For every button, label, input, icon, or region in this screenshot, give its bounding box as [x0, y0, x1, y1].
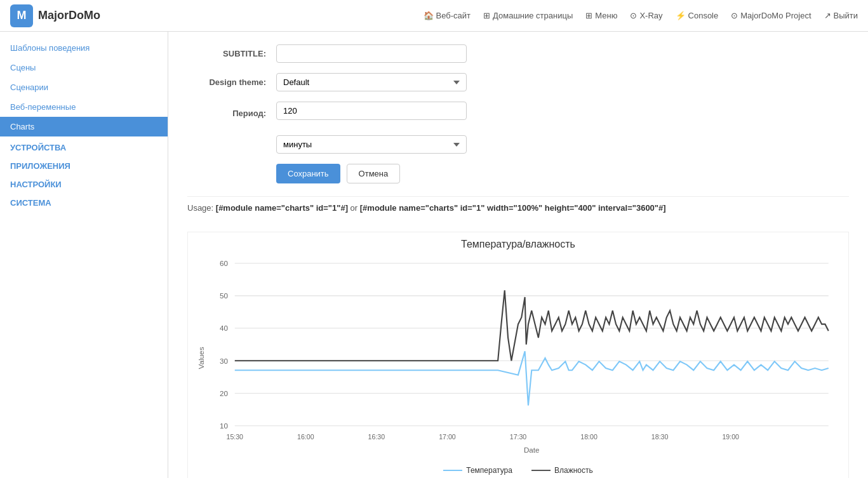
- period-unit-row: минутычасысекунды: [187, 135, 849, 154]
- svg-text:19:00: 19:00: [722, 433, 739, 441]
- sidebar-section-settings[interactable]: НАСТРОЙКИ: [0, 173, 168, 192]
- svg-text:10: 10: [220, 422, 228, 430]
- period-row: Период:: [187, 102, 849, 125]
- svg-text:50: 50: [220, 291, 228, 300]
- nav-project[interactable]: ⊙ MajorDoMo Project: [731, 11, 811, 20]
- design-theme-select[interactable]: Default: [276, 73, 467, 91]
- period-label: Период:: [187, 109, 276, 118]
- subtitle-label: SUBTITLE:: [187, 49, 276, 58]
- usage-code1: [#module name="charts" id="1"#]: [216, 203, 348, 213]
- period-unit-select[interactable]: минутычасысекунды: [276, 135, 467, 154]
- nav-links: 🏠 Веб-сайт ⊞ Домашние страницы ⊞ Меню ⊙ …: [424, 11, 858, 20]
- page-layout: Шаблоны поведения Сцены Сценарии Веб-пер…: [0, 32, 868, 478]
- svg-text:15:30: 15:30: [226, 433, 243, 441]
- svg-text:60: 60: [220, 259, 228, 267]
- nav-menu[interactable]: ⊞ Меню: [585, 11, 617, 20]
- chart-legend: Температура Влажность: [194, 466, 842, 475]
- sidebar-item-web-variables[interactable]: Веб-переменные: [0, 97, 168, 117]
- svg-text:Values: Values: [197, 347, 205, 369]
- subtitle-row: SUBTITLE:: [187, 44, 849, 63]
- sidebar-item-scenes[interactable]: Сцены: [0, 58, 168, 77]
- nav-home-pages[interactable]: ⊞ Домашние страницы: [483, 11, 573, 20]
- chart-container: Температура/влажность 60 50 40 30 20: [187, 232, 849, 478]
- svg-text:17:00: 17:00: [439, 433, 456, 441]
- design-theme-row: Design theme: Default: [187, 73, 849, 91]
- chart-title: Температура/влажность: [194, 239, 842, 250]
- svg-text:16:30: 16:30: [368, 433, 385, 441]
- sidebar-section-devices[interactable]: УСТРОЙСТВА: [0, 136, 168, 155]
- period-input[interactable]: [276, 102, 467, 120]
- usage-code2: [#module name="charts" id="1" width="100…: [360, 203, 666, 213]
- svg-text:20: 20: [220, 389, 228, 397]
- chart-svg: 60 50 40 30 20 10 Values 15:30 16:00 16:…: [194, 256, 842, 460]
- nav-logout[interactable]: ↗ Выйти: [824, 11, 858, 20]
- svg-text:17:30: 17:30: [510, 433, 527, 441]
- sidebar: Шаблоны поведения Сцены Сценарии Веб-пер…: [0, 32, 168, 478]
- sidebar-section-system[interactable]: СИСТЕМА: [0, 192, 168, 210]
- logo-text: MajorDoMo: [38, 9, 100, 22]
- sidebar-item-charts[interactable]: Charts: [0, 117, 168, 136]
- design-theme-label: Design theme:: [187, 77, 276, 87]
- legend-temperatura-line: [443, 470, 462, 471]
- legend-vlazhnost: Влажность: [531, 466, 593, 475]
- legend-vlazhnost-label: Влажность: [554, 466, 593, 475]
- sidebar-item-behavior-templates[interactable]: Шаблоны поведения: [0, 38, 168, 58]
- nav-xray[interactable]: ⊙ X-Ray: [630, 11, 662, 20]
- top-navigation: M MajorDoMo 🏠 Веб-сайт ⊞ Домашние страни…: [0, 0, 868, 32]
- sidebar-section-apps[interactable]: ПРИЛОЖЕНИЯ: [0, 155, 168, 173]
- chart-inner: 60 50 40 30 20 10 Values 15:30 16:00 16:…: [194, 256, 842, 460]
- svg-text:Date: Date: [524, 446, 540, 454]
- logo-icon: M: [10, 4, 33, 27]
- svg-text:18:00: 18:00: [580, 433, 598, 441]
- legend-temperatura: Температура: [443, 466, 512, 475]
- svg-text:16:00: 16:00: [297, 433, 314, 441]
- cancel-button[interactable]: Отмена: [347, 164, 401, 183]
- main-content: SUBTITLE: Design theme: Default Период: …: [168, 32, 868, 478]
- usage-middle: or: [351, 203, 360, 213]
- save-button[interactable]: Сохранить: [276, 164, 340, 183]
- usage-text: Usage: [#module name="charts" id="1"#] o…: [187, 196, 849, 219]
- nav-console[interactable]: ⚡ Console: [676, 11, 719, 20]
- logo-area: M MajorDoMo: [10, 4, 100, 27]
- legend-vlazhnost-line: [531, 470, 551, 471]
- nav-website[interactable]: 🏠 Веб-сайт: [424, 11, 471, 20]
- svg-text:40: 40: [220, 324, 228, 332]
- svg-text:30: 30: [220, 357, 228, 365]
- usage-prefix: Usage:: [187, 203, 216, 213]
- subtitle-input[interactable]: [276, 44, 467, 63]
- legend-temperatura-label: Температура: [466, 466, 512, 475]
- sidebar-item-scenarios[interactable]: Сценарии: [0, 77, 168, 97]
- svg-text:18:30: 18:30: [651, 433, 669, 441]
- form-buttons: Сохранить Отмена: [276, 164, 849, 183]
